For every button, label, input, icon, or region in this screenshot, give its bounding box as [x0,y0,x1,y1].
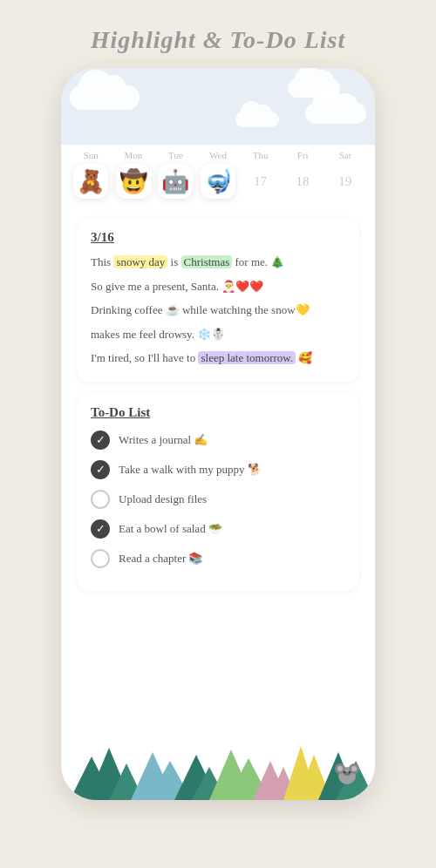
day-tue: Tue [158,150,193,160]
highlight-christmas: Christmas [181,255,233,268]
day-thu: Thu [243,150,278,160]
svg-point-19 [351,766,357,771]
todo-item-1[interactable]: ✓ Writes a journal ✍️ [91,431,345,450]
todo-item-3[interactable]: Upload design files [91,490,345,509]
highlight-line-1: This snowy day is Christmas for me. 🎄 [91,254,345,271]
todo-card: To-Do List ✓ Writes a journal ✍️ ✓ Take … [77,393,359,591]
highlight-date: 3/16 [91,230,345,245]
day-fri: Fri [285,150,320,160]
calendar-row: Sun Mon Tue Wed Thu Fri Sat 🧸 🤠 🤖 🤿 17 1… [61,145,375,207]
todo-label-4: Eat a bowl of salad 🥗 [119,522,222,536]
highlight-line-4: makes me feel drowsy. ❄️☃️ [91,326,345,343]
highlight-line-3: Drinking coffee ☕ while watching the sno… [91,302,345,319]
todo-check-4[interactable]: ✓ [91,519,110,539]
day-num-18[interactable]: 18 [285,174,320,189]
cloud-4 [305,103,366,124]
highlight-line-2: So give me a present, Santa. 🎅❤️❤️ [91,278,345,295]
day-avatar-14[interactable]: 🤠 [116,164,151,199]
day-mon: Mon [116,150,151,160]
day-sun: Sun [73,150,108,160]
todo-check-3[interactable] [91,490,110,509]
highlight-sleep: sleep late tomorrow. [198,351,296,364]
todo-item-2[interactable]: ✓ Take a walk with my puppy 🐕 [91,460,345,479]
day-avatar-13[interactable]: 🧸 [73,164,108,199]
day-num-17[interactable]: 17 [243,174,278,189]
todo-check-2[interactable]: ✓ [91,460,110,479]
content-area: 3/16 This snowy day is Christmas for me.… [61,207,375,800]
day-num-19[interactable]: 19 [328,174,363,189]
todo-check-1[interactable]: ✓ [91,431,110,450]
phone-frame: MARCH ▾ Sun Mon Tue Wed Thu Fri Sat 🧸 🤠 … [61,68,375,800]
cloud-3 [235,112,279,127]
todo-label-2: Take a walk with my puppy 🐕 [119,463,262,477]
highlight-snowy: snowy day [113,255,167,268]
forest-decoration [61,730,375,800]
day-labels: Sun Mon Tue Wed Thu Fri Sat [61,145,375,162]
day-avatar-16[interactable]: 🤿 [201,164,235,199]
todo-title: To-Do List [91,405,345,420]
day-avatar-15[interactable]: 🤖 [158,164,193,199]
svg-point-21 [344,771,346,774]
todo-label-1: Writes a journal ✍️ [119,433,208,447]
highlight-line-5: I'm tired, so I'll have to sleep late to… [91,349,345,367]
highlight-card: 3/16 This snowy day is Christmas for me.… [77,218,359,383]
todo-item-4[interactable]: ✓ Eat a bowl of salad 🥗 [91,519,345,539]
day-wed: Wed [201,150,235,160]
day-avatars: 🧸 🤠 🤖 🤿 17 18 19 [61,162,375,207]
page-title: Highlight & To-Do List [91,26,345,54]
todo-item-5[interactable]: Read a chapter 📚 [91,549,345,568]
day-sat: Sat [328,150,363,160]
cloud-1 [70,85,140,110]
svg-point-22 [349,771,351,774]
sky-background: MARCH ▾ Sun Mon Tue Wed Thu Fri Sat 🧸 🤠 … [61,68,375,207]
todo-label-3: Upload design files [119,492,207,506]
svg-point-18 [337,766,343,771]
todo-check-5[interactable] [91,549,110,568]
todo-label-5: Read a chapter 📚 [119,552,202,566]
